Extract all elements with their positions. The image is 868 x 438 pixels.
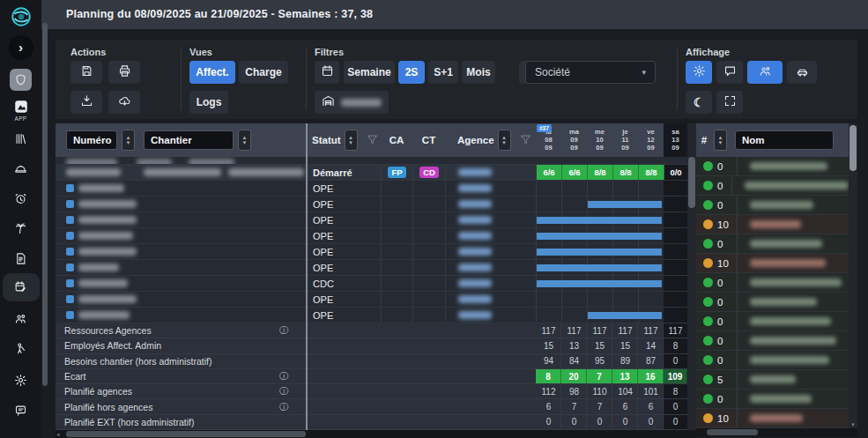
info-icon[interactable]: ⓘ [279, 324, 288, 337]
vue-charge-button[interactable]: Charge [239, 61, 288, 84]
resource-row[interactable]: 0 [696, 273, 849, 293]
gantt-bar[interactable] [588, 201, 662, 208]
resource-row[interactable]: 0 [696, 196, 849, 215]
sidebar-item-shield[interactable] [0, 69, 41, 91]
sidebar-item-gear[interactable] [0, 374, 41, 387]
filter-mois-button[interactable]: Mois [462, 61, 495, 84]
sidebar-item-team[interactable] [0, 312, 41, 325]
resource-row[interactable]: 10 [696, 254, 849, 273]
resource-row[interactable]: 0 [696, 312, 849, 331]
agence-cell [445, 212, 536, 227]
numero-filter-input[interactable]: Numéro [66, 130, 117, 150]
table-row[interactable]: OPE [56, 292, 687, 308]
resource-count: 10 [717, 219, 729, 230]
sidebar-item-chat[interactable] [0, 404, 41, 417]
agence-filter-icon[interactable] [519, 133, 532, 148]
calendar-icon [321, 64, 334, 80]
sidebar-item-app[interactable]: APP [0, 99, 41, 122]
table-row[interactable]: OPE [56, 212, 687, 228]
filter-s1-button[interactable]: S+1 [428, 61, 458, 84]
resources-horizontal-scrollbar[interactable] [696, 428, 857, 436]
sidebar-item-hardhat[interactable] [0, 162, 41, 175]
toggle-team-button[interactable] [747, 61, 783, 84]
filter-2s-button[interactable]: 2S [398, 61, 425, 84]
numero-cell [56, 276, 137, 291]
gantt-bar[interactable] [537, 249, 662, 256]
sidebar-item-invoice[interactable] [0, 252, 41, 265]
download-tray-icon [80, 94, 93, 110]
sidebar-item-chevron-right[interactable]: › [0, 35, 41, 60]
numero-sort-stepper[interactable]: ▲▼ [122, 130, 135, 151]
print-button[interactable] [108, 61, 140, 84]
societe-select[interactable]: Société▾ [525, 61, 656, 84]
table-row[interactable]: CDC [56, 276, 687, 292]
gantt-bar[interactable] [537, 264, 662, 271]
statut-filter-icon[interactable] [366, 133, 379, 148]
import-button[interactable] [70, 91, 102, 114]
resources-header: # ▲▼ Nom [696, 123, 849, 157]
nom-cell [737, 215, 849, 234]
info-icon[interactable]: ⓘ [279, 385, 288, 397]
nom-filter-input[interactable]: Nom [735, 130, 834, 150]
resource-row[interactable]: 5 [696, 370, 849, 390]
sidebar-item-planning[interactable] [0, 280, 41, 293]
count-sort-stepper[interactable]: ▲▼ [714, 130, 727, 151]
sidebar-item-logo[interactable] [0, 5, 41, 28]
resources-vertical-scrollbar[interactable]: ▼ [849, 123, 857, 428]
save-button[interactable] [70, 61, 102, 84]
resource-row[interactable]: 10 [696, 215, 849, 234]
resource-row[interactable]: 0 [696, 176, 849, 196]
table-row[interactable]: DémarréFPCD6/66/68/88/88/80/0 [56, 165, 687, 181]
agence-sort-stepper[interactable]: ▲▼ [498, 130, 511, 151]
resource-row[interactable]: 0 [696, 234, 849, 254]
summary-value: 8 [664, 338, 687, 353]
resource-row[interactable]: 0 [696, 351, 849, 370]
nom-cell [737, 234, 849, 253]
info-icon[interactable]: ⓘ [279, 370, 288, 382]
calendar-filter-button[interactable] [315, 61, 339, 84]
blurred-chantier [228, 168, 304, 176]
gantt-bar[interactable] [537, 280, 662, 287]
info-icon[interactable]: ⓘ [279, 401, 288, 413]
export-button[interactable] [108, 91, 140, 114]
resource-row[interactable]: 0 [696, 293, 849, 312]
day-cells [536, 292, 687, 307]
dark-mode-button[interactable]: ☾ [686, 91, 712, 114]
table-row[interactable]: OPE [56, 228, 687, 244]
table-row[interactable]: OPE [56, 197, 687, 212]
agency-filter-chip[interactable] [315, 91, 389, 114]
chantier-sort-stepper[interactable]: ▲▼ [238, 130, 251, 151]
statut-sort-stepper[interactable]: ▲▼ [345, 130, 358, 151]
sidebar-item-palm[interactable] [0, 222, 41, 235]
statut-cell: OPE [306, 181, 381, 196]
chantier-filter-input[interactable]: Chantier [144, 130, 234, 150]
sidebar-item-library[interactable] [0, 132, 41, 145]
resource-rows: 00010010000005010 [696, 157, 849, 428]
gantt-bar[interactable] [537, 233, 662, 240]
resource-row[interactable]: 0 [696, 331, 849, 351]
sidebar-item-worker[interactable] [0, 342, 41, 355]
vue-logs-button[interactable]: Logs [189, 91, 228, 114]
toggle-settings-button[interactable] [686, 61, 712, 84]
sidebar-scrollbar[interactable] [42, 23, 48, 386]
toggle-comments-button[interactable] [716, 61, 743, 84]
fullscreen-button[interactable] [716, 91, 743, 114]
table-row[interactable]: OPE [56, 244, 687, 260]
filter-semaine-button[interactable]: Semaine [344, 61, 395, 84]
resource-row[interactable]: 10 [696, 409, 849, 428]
planning-icon [14, 280, 27, 293]
gantt-bar[interactable] [537, 217, 662, 224]
resource-row[interactable]: 0 [696, 157, 849, 176]
sidebar-item-alarm[interactable] [0, 192, 41, 205]
palm-icon [14, 222, 27, 235]
table-row[interactable]: OPE [56, 181, 687, 197]
toggle-vehicles-button[interactable] [787, 61, 817, 84]
vue-affect-button[interactable]: Affect. [189, 61, 235, 84]
gantt-bar[interactable] [588, 312, 662, 319]
table-row[interactable]: OPE [56, 308, 687, 323]
table-row[interactable]: OPE [56, 260, 687, 276]
table-vertical-scrollbar[interactable] [687, 123, 696, 430]
table-horizontal-scrollbar[interactable]: ◂ [56, 430, 696, 438]
resource-row[interactable]: 0 [696, 390, 849, 409]
day-cells [536, 181, 687, 196]
